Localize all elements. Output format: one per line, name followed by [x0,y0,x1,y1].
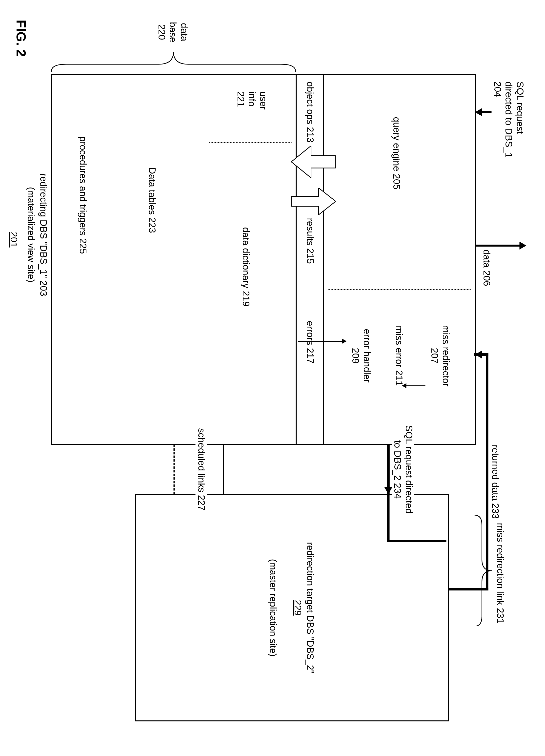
miss-link-brace [474,515,492,626]
errors-up-arrow [298,341,342,342]
miss-redirector-label: miss redirector 207 [429,316,451,395]
ops-down-arrow [291,146,335,178]
error-handler-label: error handler 209 [350,316,372,395]
page-ref: 201 [8,230,19,250]
db-brace [51,52,295,72]
dbs2-title: redirection target DBS "DBS_2" [304,519,315,697]
errors-label: errors 217 [304,316,315,368]
procedures-label: procedures and triggers 225 [77,131,88,259]
data-dictionary-label: data dictionary 219 [240,222,251,311]
svg-marker-1 [291,188,335,215]
object-ops-label: object ops 213 [304,82,315,146]
miss-area-divider [328,289,471,290]
results-up-arrow [291,188,335,215]
sql-in-arrow-head [475,108,482,116]
miss-error-arrow-head [402,383,406,388]
sql2-horz [387,445,389,488]
sql2-down [387,540,446,542]
errors-up-arrow-head [342,339,346,344]
miss-link-label: miss redirection link 231 [494,519,505,628]
dbs2-subtitle: (master replication site) [267,544,278,672]
dbs1-title: redirecting DBS "DBS_1" 203 [37,161,49,309]
data-tables-label: Data tables 223 [146,161,157,240]
sql2-arrow-head [384,487,392,494]
dbs2-ref: 229 [291,593,303,623]
ret-arrow-head [475,351,482,358]
data-out-arrow-head [519,242,526,250]
data-out-label: data 206 [481,250,492,294]
user-info-divider [209,142,293,143]
sql2-label: SQL request directed to DBS_2 234 [392,420,414,519]
query-engine-label: query engine 205 [390,114,402,193]
scheduled-links-label: scheduled links 227 [195,425,207,514]
solid-link-line [223,445,224,494]
data-out-arrow [476,245,520,247]
sched-link-line [173,445,175,494]
svg-marker-0 [291,146,335,178]
dbs1-subtitle: (materialized view site) [25,161,36,309]
miss-error-arrow [405,385,425,386]
sql-in-label: SQL request directed to DBS_1 204 [491,82,525,161]
fig-label: FIG. 2 [13,20,29,74]
db-brace-label: data base 220 [156,15,190,49]
results-label: results 215 [304,215,315,267]
returned-data-label: returned data 233 [489,440,501,524]
user-info-label: user info 221 [235,91,269,124]
